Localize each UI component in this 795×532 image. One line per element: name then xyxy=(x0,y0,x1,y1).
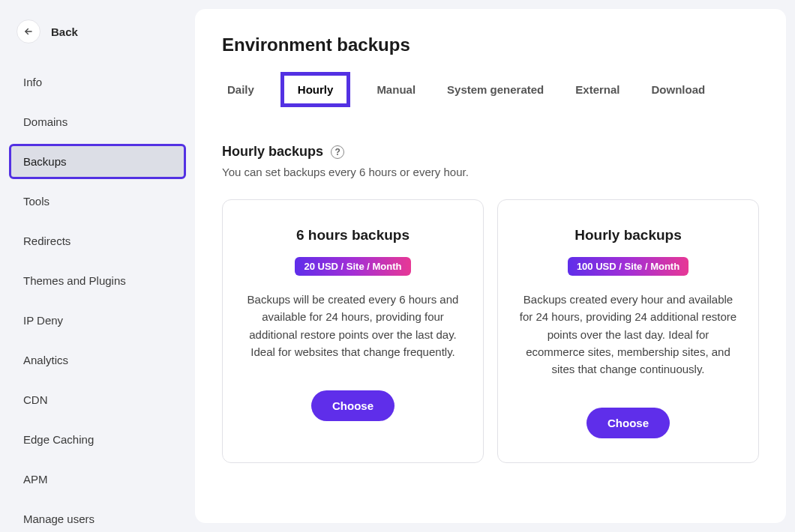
back-arrow-icon[interactable] xyxy=(16,19,40,43)
sidebar-item-themes-plugins[interactable]: Themes and Plugins xyxy=(9,263,186,298)
tab-hourly[interactable]: Hourly xyxy=(280,72,351,107)
sidebar-item-analytics[interactable]: Analytics xyxy=(9,342,186,378)
tab-daily[interactable]: Daily xyxy=(222,72,260,107)
sidebar-item-edge-caching[interactable]: Edge Caching xyxy=(9,422,186,457)
sidebar-item-manage-users[interactable]: Manage users xyxy=(9,501,186,532)
main-panel: Environment backups Daily Hourly Manual … xyxy=(195,9,786,523)
sidebar-item-info[interactable]: Info xyxy=(9,64,186,100)
tab-system-generated[interactable]: System generated xyxy=(442,72,549,107)
sidebar-item-domains[interactable]: Domains xyxy=(9,104,186,139)
choose-button-6hours[interactable]: Choose xyxy=(311,390,394,421)
plan-card-hourly: Hourly backups 100 USD / Site / Month Ba… xyxy=(497,199,759,463)
sidebar: Back Info Domains Backups Tools Redirect… xyxy=(0,0,195,532)
choose-button-hourly[interactable]: Choose xyxy=(586,408,670,438)
price-badge: 20 USD / Site / Month xyxy=(295,257,410,276)
plan-description: Backups will be created every 6 hours an… xyxy=(244,291,462,360)
tab-manual[interactable]: Manual xyxy=(371,72,421,107)
sidebar-item-redirects[interactable]: Redirects xyxy=(9,223,186,259)
plan-cards: 6 hours backups 20 USD / Site / Month Ba… xyxy=(222,199,759,463)
help-icon[interactable]: ? xyxy=(331,145,344,159)
price-badge: 100 USD / Site / Month xyxy=(568,257,688,276)
section-description: You can set backups every 6 hours or eve… xyxy=(222,166,759,178)
back-label: Back xyxy=(51,25,78,38)
plan-title: Hourly backups xyxy=(574,227,682,244)
section-title: Hourly backups xyxy=(222,144,323,160)
plan-description: Backups created every hour and available… xyxy=(519,291,737,378)
plan-card-6hours: 6 hours backups 20 USD / Site / Month Ba… xyxy=(222,199,484,463)
back-link[interactable]: Back xyxy=(9,13,186,49)
sidebar-item-apm[interactable]: APM xyxy=(9,462,186,497)
page-title: Environment backups xyxy=(222,34,759,55)
plan-title: 6 hours backups xyxy=(296,227,410,244)
sidebar-item-ip-deny[interactable]: IP Deny xyxy=(9,303,186,338)
tab-external[interactable]: External xyxy=(570,72,625,107)
tabs: Daily Hourly Manual System generated Ext… xyxy=(222,72,759,108)
tab-download[interactable]: Download xyxy=(646,72,711,107)
sidebar-item-tools[interactable]: Tools xyxy=(9,184,186,219)
sidebar-item-backups[interactable]: Backups xyxy=(9,144,186,179)
sidebar-item-cdn[interactable]: CDN xyxy=(9,382,186,417)
